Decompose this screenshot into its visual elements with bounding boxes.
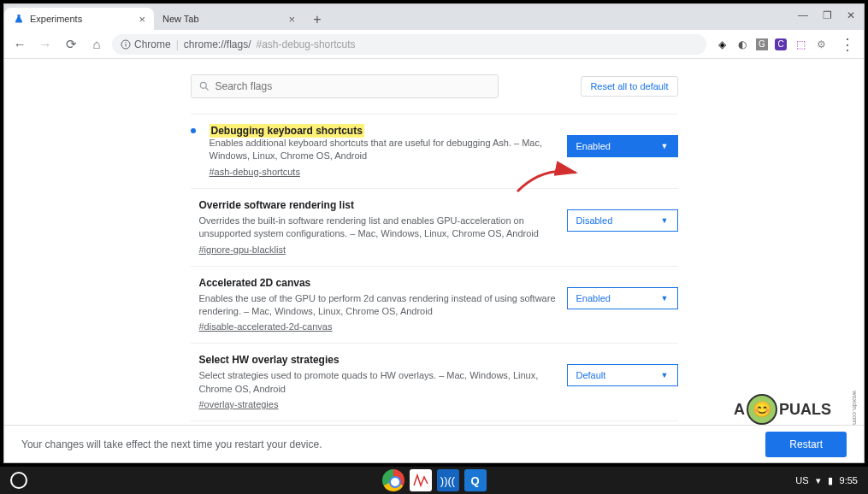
watermark-text: A <box>734 401 745 419</box>
shelf-apps: ))(( Q <box>382 469 487 491</box>
launcher-button[interactable] <box>10 472 27 489</box>
dropdown-value: Enabled <box>576 293 611 303</box>
forward-icon[interactable]: → <box>38 38 52 51</box>
svg-point-3 <box>200 82 206 88</box>
os-shelf: ))(( Q US ▾ ▮ 9:55 <box>0 467 868 494</box>
close-window-icon[interactable]: ✕ <box>843 8 859 23</box>
chevron-down-icon: ▼ <box>661 371 669 379</box>
ext-icon[interactable]: ⚙ <box>814 38 828 51</box>
svg-line-4 <box>205 88 208 91</box>
extension-icons: ◈ ◐ G C ⬚ ⚙ <box>715 38 828 51</box>
reset-button[interactable]: Reset all to default <box>581 76 677 97</box>
flask-icon <box>13 13 25 25</box>
flag-dropdown[interactable]: Enabled ▼ <box>567 135 678 157</box>
app-icon[interactable]: ))(( <box>437 469 459 491</box>
back-icon[interactable]: ← <box>13 38 27 51</box>
ext-icon[interactable]: G <box>756 38 768 50</box>
restart-message: Your changes will take effect the next t… <box>21 438 322 450</box>
source-watermark: wsxdn.com <box>851 391 859 425</box>
flag-title: Accelerated 2D canvas <box>199 277 557 289</box>
secure-label: Chrome <box>134 38 171 50</box>
ext-icon[interactable]: C <box>775 38 787 50</box>
flag-id-link[interactable]: #ignore-gpu-blacklist <box>199 244 286 255</box>
restart-bar: Your changes will take effect the next t… <box>4 425 864 462</box>
tab-experiments[interactable]: Experiments × <box>4 8 154 30</box>
flag-dropdown[interactable]: Disabled ▼ <box>567 209 678 232</box>
svg-rect-1 <box>126 44 127 47</box>
watermark-text: PUALS <box>779 401 831 419</box>
tab-title: New Tab <box>162 14 199 24</box>
maximize-icon[interactable]: ❐ <box>819 8 835 23</box>
battery-icon: ▮ <box>828 475 833 486</box>
search-field[interactable] <box>216 80 491 92</box>
flag-description: Enables the use of the GPU to perform 2d… <box>199 292 557 319</box>
dropdown-value: Disabled <box>576 215 613 226</box>
flag-row: Debugging keyboard shortcuts Enables add… <box>191 114 678 188</box>
flag-dropdown[interactable]: Enabled ▼ <box>567 287 678 309</box>
search-input[interactable] <box>191 74 499 98</box>
tab-strip: Experiments × New Tab × + — ❐ ✕ <box>4 4 864 30</box>
dropdown-value: Enabled <box>576 141 611 151</box>
flag-row: Override software rendering list Overrid… <box>191 188 678 266</box>
toolbar: ← → ⟳ ⌂ Chrome | chrome://flags/#ash-deb… <box>4 30 864 59</box>
nav-buttons: ← → ⟳ ⌂ <box>13 38 103 51</box>
app-icon[interactable]: Q <box>464 469 487 491</box>
flag-id-link[interactable]: #overlay-strategies <box>199 399 279 409</box>
minimize-icon[interactable]: — <box>795 8 811 23</box>
search-icon <box>198 80 210 92</box>
tab-newtab[interactable]: New Tab × <box>154 8 304 30</box>
menu-icon[interactable]: ⋮ <box>840 35 855 54</box>
flag-id-link[interactable]: #disable-accelerated-2d-canvas <box>199 321 333 332</box>
url-hash: #ash-debug-shortcuts <box>257 38 356 50</box>
flag-row: Accelerated 2D canvas Enables the use of… <box>191 266 678 344</box>
status-tray[interactable]: US ▾ ▮ 9:55 <box>795 475 858 486</box>
wifi-icon: ▾ <box>816 475 821 486</box>
flags-container: Reset all to default Debugging keyboard … <box>191 59 678 462</box>
reload-icon[interactable]: ⟳ <box>64 38 78 51</box>
flag-description: Overrides the built-in software renderin… <box>199 215 557 241</box>
flag-title: Select HW overlay strategies <box>199 354 557 366</box>
modified-dot-icon <box>191 128 196 133</box>
clock: 9:55 <box>840 475 858 485</box>
flag-id-link[interactable]: #ash-debug-shortcuts <box>210 167 300 177</box>
flag-title: Debugging keyboard shortcuts <box>210 124 364 138</box>
watermark-logo: A 😊 PUALS <box>734 394 831 425</box>
home-icon[interactable]: ⌂ <box>90 38 103 51</box>
new-tab-button[interactable]: + <box>307 9 328 30</box>
window-controls: — ❐ ✕ <box>795 8 859 23</box>
chevron-down-icon: ▼ <box>661 216 669 225</box>
dropdown-value: Default <box>576 370 606 380</box>
mascot-icon: 😊 <box>747 394 777 425</box>
site-info-icon[interactable]: Chrome <box>121 38 171 50</box>
flag-title: Override software rendering list <box>199 199 557 211</box>
flag-description: Select strategies used to promote quads … <box>199 369 557 396</box>
page-content: Reset all to default Debugging keyboard … <box>4 59 864 462</box>
keyboard-lang: US <box>795 475 808 485</box>
ext-icon[interactable]: ◈ <box>715 38 729 51</box>
svg-rect-2 <box>126 42 127 43</box>
chevron-down-icon: ▼ <box>661 294 669 303</box>
omnibox[interactable]: Chrome | chrome://flags/#ash-debug-short… <box>112 34 706 55</box>
close-icon[interactable]: × <box>139 13 145 26</box>
flag-row: Select HW overlay strategies Select stra… <box>191 343 678 420</box>
chevron-down-icon: ▼ <box>661 142 669 150</box>
tab-title: Experiments <box>30 14 82 24</box>
flag-dropdown[interactable]: Default ▼ <box>567 364 678 386</box>
ext-icon[interactable]: ⬚ <box>794 38 807 51</box>
url-host: chrome://flags/ <box>184 38 251 50</box>
close-icon[interactable]: × <box>288 13 295 26</box>
flag-description: Enables additional keyboard shortcuts th… <box>210 137 557 163</box>
app-icon[interactable] <box>410 469 432 491</box>
restart-button[interactable]: Restart <box>765 432 847 457</box>
chrome-icon[interactable] <box>382 469 404 491</box>
browser-window: Experiments × New Tab × + — ❐ ✕ ← → ⟳ ⌂ … <box>3 3 865 463</box>
ext-icon[interactable]: ◐ <box>735 38 749 51</box>
